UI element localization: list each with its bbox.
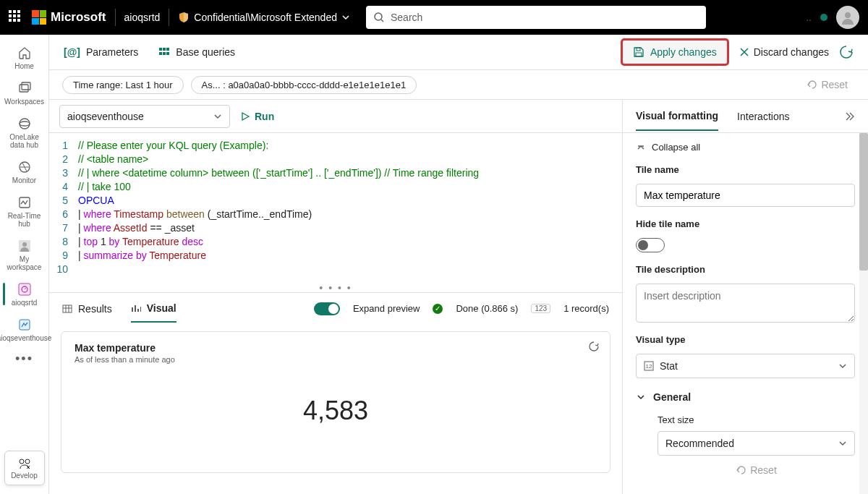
svg-rect-17: [166, 48, 169, 51]
tab-interactions[interactable]: Interactions: [737, 103, 789, 130]
apply-changes-button[interactable]: Apply changes: [621, 38, 729, 66]
person-icon: [841, 10, 855, 25]
svg-point-1: [845, 12, 851, 18]
global-search[interactable]: Search: [366, 6, 706, 29]
chevron-right-double-icon[interactable]: [843, 111, 855, 122]
text-size-select[interactable]: Recommended: [658, 431, 855, 456]
tile-refresh-icon[interactable]: [588, 341, 600, 352]
search-icon: [373, 12, 385, 23]
editor-column: aioqseventhouse Run 1// Please enter you…: [49, 100, 622, 494]
play-icon: [240, 111, 250, 122]
chevron-down-icon: [838, 362, 847, 370]
reset-parameters[interactable]: Reset: [807, 79, 855, 90]
formatting-panel: Visual formatting Interactions Collapse …: [622, 100, 868, 494]
nav-monitor[interactable]: Monitor: [3, 155, 46, 189]
query-duration: Done (0.866 s): [456, 303, 518, 314]
nav-onelake[interactable]: OneLake data hub: [3, 111, 46, 153]
nav-home[interactable]: Home: [3, 41, 46, 74]
page-toolbar: [@] Parameters Base queries Apply change…: [49, 35, 868, 70]
nav-more[interactable]: •••: [3, 348, 46, 371]
save-icon: [633, 46, 644, 58]
svg-rect-18: [159, 52, 162, 55]
resize-handle[interactable]: • • • •: [49, 282, 622, 292]
shield-icon: [178, 12, 190, 23]
svg-point-5: [20, 122, 30, 126]
nav-aioqsrtd[interactable]: aioqsrtd: [3, 277, 46, 311]
chevron-down-icon: [213, 112, 222, 121]
main-area: [@] Parameters Base queries Apply change…: [49, 35, 868, 494]
svg-rect-23: [63, 305, 72, 312]
discard-changes-button[interactable]: Discard changes: [739, 46, 829, 58]
run-button[interactable]: Run: [240, 111, 274, 122]
chevron-down-icon: [341, 13, 350, 22]
collapse-all-button[interactable]: Collapse all: [636, 142, 855, 153]
hide-tile-label: Hide tile name: [636, 218, 855, 229]
svg-rect-15: [159, 48, 162, 51]
scrollbar-track[interactable]: [859, 133, 868, 494]
left-nav: Home Workspaces OneLake data hub Monitor…: [0, 35, 49, 494]
microsoft-squares-icon: [32, 10, 46, 25]
query-editor[interactable]: 1// Please enter your KQL query (Example…: [49, 133, 622, 282]
global-header: Microsoft aioqsrtd Confidential\Microsof…: [0, 0, 868, 35]
chart-icon: [131, 303, 141, 313]
svg-text:12: 12: [646, 363, 652, 370]
visual-type-select[interactable]: 12 Stat: [636, 354, 855, 378]
tile-desc-input[interactable]: [636, 284, 855, 323]
svg-point-13: [20, 459, 24, 464]
tile-name-input[interactable]: [636, 184, 855, 207]
pill-asset[interactable]: As... : a0a0a0a0-bbbb-cccc-dddd-e1e1e1e1…: [191, 76, 417, 94]
tab-results[interactable]: Results: [62, 296, 112, 322]
tab-visual[interactable]: Visual: [131, 295, 176, 323]
section-general[interactable]: General: [636, 391, 855, 403]
reset-section[interactable]: Reset: [736, 464, 777, 476]
visual-type-label: Visual type: [636, 334, 855, 345]
undo-icon: [807, 80, 817, 90]
nav-realtime-hub[interactable]: Real-Time hub: [3, 190, 46, 232]
expand-preview-label: Expand preview: [353, 303, 420, 314]
expand-preview-toggle[interactable]: [314, 302, 340, 315]
base-queries-icon: [158, 46, 170, 58]
tab-parameters[interactable]: [@] Parameters: [64, 46, 138, 58]
tab-base-queries[interactable]: Base queries: [158, 46, 235, 58]
sensitivity-label: Confidential\Microsoft Extended: [194, 12, 337, 23]
refresh-icon[interactable]: [839, 45, 854, 59]
user-avatar[interactable]: [836, 6, 859, 29]
develop-button[interactable]: Develop: [4, 451, 45, 485]
scrollbar-thumb[interactable]: [859, 133, 868, 271]
svg-point-0: [375, 13, 382, 20]
work-row: aioqseventhouse Run 1// Please enter you…: [49, 99, 868, 494]
tile-title: Max temperature: [75, 342, 597, 354]
close-icon: [739, 47, 749, 57]
parameters-icon: [@]: [64, 46, 80, 58]
nav-aioqseventhouse[interactable]: aioqseventhouse: [3, 312, 46, 346]
undo-icon: [736, 465, 746, 475]
microsoft-logo: Microsoft: [32, 10, 106, 25]
app-launcher-icon[interactable]: [9, 10, 23, 25]
svg-rect-3: [22, 82, 30, 90]
hide-tile-toggle[interactable]: [636, 238, 665, 252]
brand-text: Microsoft: [51, 10, 106, 25]
svg-point-4: [20, 119, 30, 129]
pill-time-range[interactable]: Time range: Last 1 hour: [62, 76, 184, 94]
onelake-icon: [17, 116, 33, 132]
monitor-icon: [17, 159, 33, 175]
nav-my-workspace[interactable]: My workspace: [3, 234, 46, 276]
svg-rect-19: [163, 52, 166, 55]
presence-icon: [820, 14, 827, 21]
status-success-icon: ✓: [433, 304, 443, 314]
database-select[interactable]: aioqseventhouse: [59, 105, 230, 128]
workspaces-icon: [17, 80, 33, 96]
tile-asof: As of less than a minute ago: [75, 355, 597, 364]
svg-rect-2: [20, 85, 28, 92]
tile-desc-label: Tile description: [636, 264, 855, 275]
develop-icon: [17, 457, 32, 470]
svg-rect-16: [163, 48, 166, 51]
nav-workspaces[interactable]: Workspaces: [3, 76, 46, 110]
tab-visual-formatting[interactable]: Visual formatting: [636, 102, 718, 131]
header-right: ..: [806, 6, 859, 29]
sensitivity-picker[interactable]: Confidential\Microsoft Extended: [178, 12, 350, 23]
stat-tile: Max temperature As of less than a minute…: [61, 331, 610, 473]
stat-icon: 12: [644, 361, 654, 371]
workspace-name[interactable]: aioqsrtd: [124, 12, 161, 23]
person-workspace-icon: [17, 238, 33, 254]
